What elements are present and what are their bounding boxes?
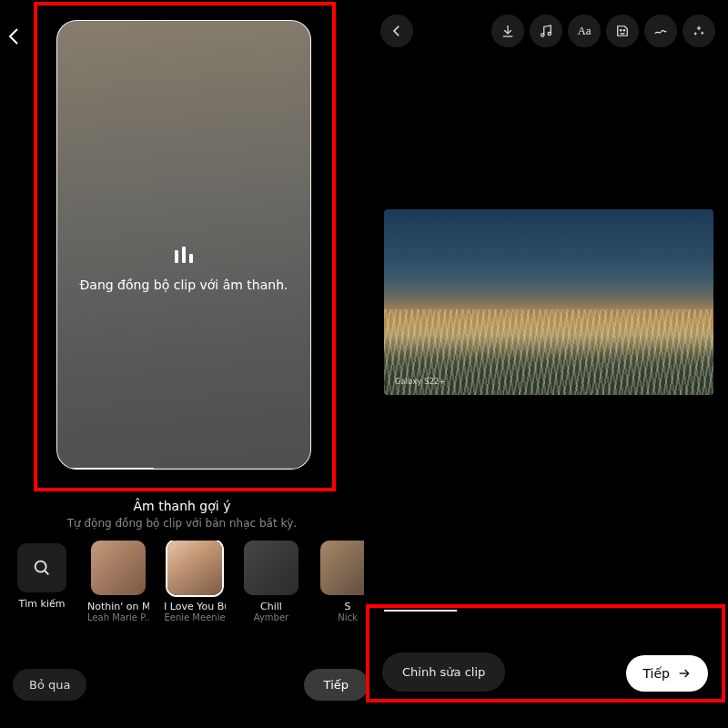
chevron-left-icon xyxy=(4,25,25,47)
track-item[interactable]: Chill Aymber xyxy=(240,541,302,622)
sync-status: Đang đồng bộ clip với âm thanh. xyxy=(57,247,310,292)
next-label: Tiếp xyxy=(642,666,670,681)
track-thumb xyxy=(320,541,364,595)
sticker-icon xyxy=(614,23,631,39)
track-thumb xyxy=(244,541,298,595)
next-button[interactable]: Tiếp xyxy=(304,669,369,701)
right-panel: Aa Galaxy S22+ Chỉnh sửa clip Tiếp xyxy=(364,0,728,728)
tool-buttons: Aa xyxy=(491,15,715,47)
music-note-icon xyxy=(538,23,554,39)
track-artist: Nick xyxy=(317,612,364,622)
next-button[interactable]: Tiếp xyxy=(626,655,708,692)
track-thumb xyxy=(91,541,146,595)
back-button[interactable] xyxy=(380,15,413,47)
edit-clip-button[interactable]: Chỉnh sửa clip xyxy=(382,652,505,692)
sync-text: Đang đồng bộ clip với âm thanh. xyxy=(57,278,310,292)
text-icon: Aa xyxy=(577,24,591,38)
track-name: Nothin' on Me xyxy=(87,601,149,612)
svg-point-3 xyxy=(541,34,544,36)
track-item[interactable]: Nothin' on Me Leah Marie P... xyxy=(87,541,149,622)
bottom-bar-left: Bỏ qua Tiếp xyxy=(0,655,364,712)
sparkle-icon xyxy=(691,23,707,39)
effects-button[interactable] xyxy=(682,15,715,47)
download-icon xyxy=(500,23,516,39)
draw-button[interactable] xyxy=(644,15,677,47)
track-artist: Aymber xyxy=(240,612,302,622)
track-item[interactable]: S Nick xyxy=(317,541,364,622)
svg-point-0 xyxy=(35,561,46,572)
preview-overlay xyxy=(57,21,310,469)
track-item-selected[interactable]: I Love You Bu Eenie Meenie xyxy=(164,541,226,622)
svg-point-6 xyxy=(623,30,625,32)
section-subtitle: Tự động đồng bộ clip với bản nhạc bất kỳ… xyxy=(0,517,364,530)
download-button[interactable] xyxy=(491,15,524,47)
back-button[interactable] xyxy=(4,25,25,51)
equalizer-icon xyxy=(175,247,193,263)
arrow-right-icon xyxy=(677,666,692,681)
section-title: Âm thanh gợi ý xyxy=(0,499,364,513)
track-name: Chill xyxy=(240,601,302,612)
search-icon xyxy=(17,543,66,592)
track-name: S xyxy=(317,601,364,612)
track-name: I Love You Bu xyxy=(164,601,226,612)
watermark: Galaxy S22+ xyxy=(395,378,446,386)
video-preview[interactable]: Galaxy S22+ xyxy=(384,209,713,395)
svg-point-5 xyxy=(620,30,622,32)
scribble-icon xyxy=(652,23,669,39)
text-button[interactable]: Aa xyxy=(568,15,601,47)
track-name: Tìm kiếm xyxy=(11,598,73,610)
track-list: Tìm kiếm Nothin' on Me Leah Marie P... I… xyxy=(11,541,364,641)
left-panel: Đang đồng bộ clip với âm thanh. Âm thanh… xyxy=(0,0,364,728)
progress-fill xyxy=(57,468,154,470)
track-artist: Leah Marie P... xyxy=(87,612,149,622)
top-toolbar: Aa xyxy=(364,11,728,47)
music-button[interactable] xyxy=(530,15,562,47)
svg-line-1 xyxy=(45,571,48,574)
sticker-button[interactable] xyxy=(606,15,639,47)
skip-button[interactable]: Bỏ qua xyxy=(13,669,86,701)
chevron-left-icon xyxy=(389,23,405,39)
track-artist: Eenie Meenie xyxy=(164,612,226,622)
preview-card: Đang đồng bộ clip với âm thanh. xyxy=(56,20,311,470)
track-thumb xyxy=(167,541,222,595)
timeline-indicator[interactable] xyxy=(384,610,457,612)
track-search[interactable]: Tìm kiếm xyxy=(11,541,73,610)
progress-track xyxy=(57,468,310,470)
svg-point-4 xyxy=(548,32,551,35)
